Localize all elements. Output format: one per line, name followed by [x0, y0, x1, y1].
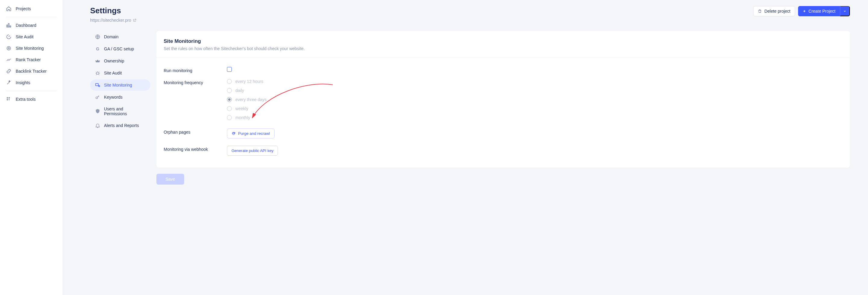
target-icon: [6, 46, 11, 51]
svg-point-12: [96, 97, 98, 99]
generate-api-key-label: Generate public API key: [231, 148, 273, 153]
divider: [156, 58, 850, 58]
sidebar-item-site-monitoring[interactable]: Site Monitoring: [0, 42, 63, 54]
gauge-icon: [6, 34, 11, 39]
settings-nav-keywords[interactable]: Keywords: [90, 91, 150, 103]
settings-nav-ga-gsc[interactable]: G GA / GSC setup: [90, 43, 150, 55]
page-title: Settings: [90, 6, 136, 16]
refresh-icon: [231, 131, 236, 136]
purge-recrawl-label: Purge and recrawl: [238, 131, 270, 136]
settings-nav-alerts-reports[interactable]: Alerts and Reports: [90, 120, 150, 131]
svg-point-3: [7, 47, 10, 50]
google-icon: G: [95, 46, 100, 52]
sidebar-item-label: Insights: [16, 80, 30, 85]
project-url-link[interactable]: https://sitechecker.pro: [90, 18, 136, 23]
svg-point-11: [98, 85, 100, 87]
sidebar-item-label: Site Monitoring: [16, 46, 44, 51]
radio-icon: [227, 115, 232, 120]
svg-rect-10: [96, 84, 98, 86]
delete-project-button[interactable]: Delete project: [753, 6, 795, 16]
save-button[interactable]: Save: [156, 174, 184, 185]
svg-rect-0: [7, 25, 7, 27]
external-link-icon: [133, 19, 136, 22]
sidebar-item-label: Rank Tracker: [16, 57, 41, 62]
frequency-option-daily[interactable]: daily: [227, 88, 843, 93]
magic-wand-icon: [6, 80, 11, 85]
frequency-option-label: every 12 hours: [236, 79, 264, 84]
chevron-down-icon: [843, 10, 846, 13]
frequency-option-label: daily: [236, 88, 244, 93]
frequency-option-three-days[interactable]: every three days: [227, 97, 843, 102]
frequency-option-monthly[interactable]: monthly: [227, 115, 843, 120]
settings-nav-label: Site Audit: [104, 70, 122, 76]
settings-nav-users-permissions[interactable]: Users and Permissions: [90, 104, 150, 119]
crown-icon: [95, 58, 100, 64]
sidebar-item-dashboard[interactable]: Dashboard: [0, 20, 63, 31]
link-icon: [6, 68, 11, 74]
sidebar-item-projects[interactable]: Projects: [0, 3, 63, 14]
main-content: Settings https://sitechecker.pro Delete …: [63, 0, 868, 295]
site-monitoring-panel: Site Monitoring Set the rules on how oft…: [156, 31, 850, 168]
settings-nav-label: Users and Permissions: [104, 107, 146, 116]
home-icon: [6, 6, 11, 11]
settings-nav-ownership[interactable]: Ownership: [90, 55, 150, 67]
sidebar-item-label: Backlink Tracker: [16, 69, 47, 73]
bug-icon: [95, 70, 100, 76]
trash-icon: [758, 9, 762, 13]
create-project-button[interactable]: Create Project: [798, 6, 840, 16]
radio-icon: [227, 79, 232, 84]
radio-icon: [227, 97, 232, 102]
save-button-label: Save: [165, 177, 175, 182]
apps-icon: [6, 96, 11, 102]
divider: [6, 17, 57, 17]
sidebar-item-label: Projects: [16, 6, 31, 11]
svg-point-5: [7, 97, 8, 98]
plus-icon: [803, 9, 806, 13]
svg-rect-1: [8, 24, 9, 27]
monitoring-frequency-label: Monitoring frequency: [164, 79, 227, 85]
frequency-option-label: weekly: [236, 106, 248, 111]
app-sidebar: Projects Dashboard Site Audit Site Monit…: [0, 0, 63, 295]
sidebar-item-site-audit[interactable]: Site Audit: [0, 31, 63, 42]
radio-icon: [227, 106, 232, 111]
dashboard-icon: [6, 23, 11, 28]
settings-nav: Domain G GA / GSC setup Ownership Si: [90, 31, 150, 185]
sidebar-item-label: Dashboard: [16, 23, 36, 28]
settings-nav-domain[interactable]: Domain: [90, 31, 150, 42]
sidebar-item-label: Site Audit: [16, 34, 33, 39]
svg-point-9: [96, 72, 99, 75]
purge-recrawl-button[interactable]: Purge and recrawl: [227, 128, 275, 139]
webhook-label: Monitoring via webhook: [164, 146, 227, 152]
panel-description: Set the rules on how often the Sitecheck…: [164, 46, 843, 51]
delete-project-label: Delete project: [764, 9, 790, 13]
settings-nav-label: Keywords: [104, 95, 122, 99]
divider: [6, 91, 57, 91]
svg-point-4: [8, 48, 10, 49]
monitor-search-icon: [95, 82, 100, 88]
sidebar-item-rank-tracker[interactable]: Rank Tracker: [0, 54, 63, 65]
orphan-pages-label: Orphan pages: [164, 128, 227, 135]
settings-nav-site-audit[interactable]: Site Audit: [90, 67, 150, 79]
key-icon: [95, 94, 100, 100]
radio-icon: [227, 88, 232, 93]
bell-icon: [95, 123, 100, 128]
shield-user-icon: [95, 109, 100, 114]
globe-icon: [95, 34, 100, 39]
sidebar-item-insights[interactable]: Insights: [0, 77, 63, 88]
frequency-option-12h[interactable]: every 12 hours: [227, 79, 843, 84]
frequency-option-label: every three days: [236, 97, 267, 102]
settings-nav-site-monitoring[interactable]: Site Monitoring: [90, 79, 150, 91]
svg-point-7: [7, 99, 8, 100]
generate-api-key-button[interactable]: Generate public API key: [227, 146, 278, 156]
settings-nav-label: Site Monitoring: [104, 83, 132, 87]
settings-nav-label: Domain: [104, 34, 119, 39]
sidebar-item-extra-tools[interactable]: Extra tools: [0, 93, 63, 105]
sidebar-item-label: Extra tools: [16, 97, 36, 102]
create-project-dropdown[interactable]: [840, 6, 850, 16]
frequency-option-label: monthly: [236, 115, 250, 120]
frequency-option-weekly[interactable]: weekly: [227, 106, 843, 111]
run-monitoring-checkbox[interactable]: [227, 67, 232, 72]
sidebar-item-backlink-tracker[interactable]: Backlink Tracker: [0, 65, 63, 77]
settings-nav-label: Alerts and Reports: [104, 123, 139, 128]
svg-point-6: [9, 97, 10, 98]
